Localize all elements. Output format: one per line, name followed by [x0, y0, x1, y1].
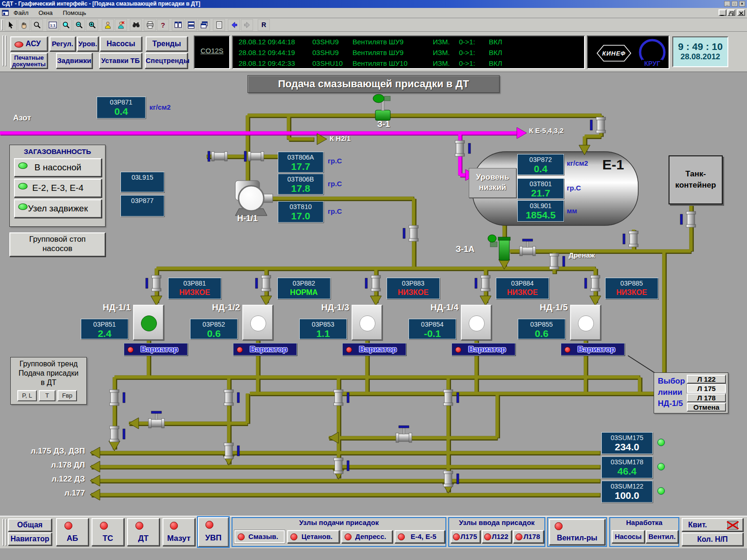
alarm-03p883[interactable]: 03P883НИЗКОЕ — [387, 278, 440, 299]
tank-container[interactable]: Танк- контейнер — [669, 155, 723, 204]
group-stop-button[interactable]: Групповой стоп насосов — [9, 232, 106, 257]
obshchaya-button[interactable]: Общая — [8, 518, 52, 532]
alarm-03p885[interactable]: 03P885НИЗКОЕ — [605, 278, 658, 299]
line-l178-button[interactable]: Л 178 — [687, 393, 726, 402]
gas-pumphouse-button[interactable]: В насосной — [14, 158, 102, 177]
cascade-windows-icon[interactable] — [198, 19, 210, 31]
header-grip[interactable] — [2, 35, 4, 66]
display-03t806a[interactable]: 03T806A17.7 — [278, 152, 324, 173]
trendy-button[interactable]: Тренды — [146, 36, 188, 51]
user-remove-icon[interactable] — [115, 19, 127, 31]
window-minimize-button[interactable]: _ — [724, 1, 730, 7]
toolbar-grip[interactable] — [1, 20, 3, 30]
pump-nd14[interactable] — [461, 305, 492, 340]
bottom-grip2[interactable] — [5, 519, 7, 546]
nav-back-icon[interactable] — [228, 19, 240, 31]
alarm-03p884[interactable]: 03P884НИЗКОЕ — [496, 278, 549, 299]
mdi-close-button[interactable] — [737, 9, 745, 16]
trend-t-button[interactable]: T — [39, 390, 56, 401]
variator-nd12-button[interactable]: Вариатор — [233, 343, 297, 356]
menu-help[interactable]: Помощь — [58, 8, 90, 18]
cetanov-button[interactable]: Цетанов. — [287, 530, 339, 543]
display-03l901[interactable]: 03L9011854.5 — [517, 200, 564, 222]
tile-horizontal-icon[interactable] — [185, 19, 197, 31]
l175-button[interactable]: Л175 — [451, 530, 480, 543]
gas-valve-unit-button[interactable]: Узел задвижек — [14, 199, 102, 218]
pump-nd15[interactable] — [570, 305, 601, 340]
mazut-button[interactable]: Мазут — [162, 518, 195, 546]
r-mode-button[interactable]: R — [258, 19, 270, 31]
nav-forward-icon[interactable] — [241, 19, 253, 31]
variator-nd11-button[interactable]: Вариатор — [124, 343, 188, 356]
display-03p852[interactable]: 03P8520.6 — [190, 319, 238, 339]
spectrendy-button[interactable]: Спецтренды — [145, 53, 188, 69]
window-close-button[interactable]: × — [739, 1, 745, 7]
line-l122-button[interactable]: Л 122 — [687, 375, 726, 384]
zoom-out-icon[interactable] — [73, 19, 85, 31]
nasosy-button[interactable]: Насосы — [100, 36, 142, 51]
asu-button[interactable]: АСУ — [10, 36, 48, 51]
pump-nd13[interactable] — [352, 305, 382, 340]
zoom-window-icon[interactable] — [60, 19, 72, 31]
zoom-100-button[interactable]: 1:1 — [47, 19, 59, 31]
line-cancel-button[interactable]: Отмена — [687, 403, 726, 412]
find-binoculars-icon[interactable] — [130, 19, 142, 31]
display-03p877[interactable]: 03P877 — [120, 195, 164, 217]
display-03sum178[interactable]: 03SUM17846.4 — [601, 456, 653, 478]
variator-nd15-button[interactable]: Вариатор — [561, 343, 625, 356]
display-03t801[interactable]: 03T80121.7 — [517, 178, 564, 199]
pump-nd12[interactable] — [242, 305, 273, 340]
ustavki-tb-button[interactable]: Уставки ТБ — [99, 53, 142, 69]
pump-n11[interactable] — [235, 181, 273, 216]
e4-e5-button[interactable]: Е-4, Е-5 — [395, 530, 445, 543]
trend-fvr-button[interactable]: Fвр — [57, 390, 77, 401]
display-03p872[interactable]: 03P8720.4 — [517, 154, 564, 175]
alarm-03p882[interactable]: 03P882НОРМА — [277, 278, 331, 299]
bottom-grip[interactable] — [2, 519, 4, 546]
kol-np-button[interactable]: Кол. Н/П — [682, 532, 743, 546]
uvp-button[interactable]: УВП — [198, 517, 229, 547]
ventilators-button[interactable]: Вентил-ры — [549, 519, 605, 545]
runtime-vent-button[interactable]: Вентил. — [646, 530, 678, 543]
alarm-03p881[interactable]: 03P881НИЗКОЕ — [168, 278, 221, 299]
valve-z1[interactable] — [373, 94, 390, 120]
print-docs-button[interactable]: Печатные документы — [10, 53, 48, 69]
display-03p854[interactable]: 03P854-0.1 — [409, 319, 456, 339]
menu-file[interactable]: Файл — [9, 8, 33, 18]
users-icon[interactable] — [102, 19, 114, 31]
select-tool-icon[interactable] — [5, 19, 17, 31]
alarm-log[interactable]: 28.08.12 09:44:1803SHU9Вентилятв ШУ9ИЗМ.… — [232, 35, 585, 69]
tile-vertical-icon[interactable] — [172, 19, 184, 31]
display-03p871[interactable]: 03P8710.4 — [97, 97, 146, 119]
display-03sum122[interactable]: 03SUM122100.0 — [601, 481, 653, 503]
variator-nd14-button[interactable]: Вариатор — [451, 343, 515, 356]
display-03l915[interactable]: 03L915 — [120, 172, 164, 192]
display-03t806b[interactable]: 03T806B17.8 — [278, 174, 324, 195]
regul-button[interactable]: Регул. — [49, 36, 76, 51]
report-page-icon[interactable] — [213, 19, 225, 31]
display-03t810[interactable]: 03T81017.0 — [278, 201, 324, 223]
zoom-in-icon[interactable] — [86, 19, 98, 31]
display-03p853[interactable]: 03P8531.1 — [299, 319, 347, 339]
zoom-tool-icon[interactable] — [31, 19, 43, 31]
depress-button[interactable]: Депресс. — [341, 530, 393, 543]
line-l175-button[interactable]: Л 175 — [687, 384, 726, 393]
kvit-button[interactable]: Квит. — [682, 518, 743, 532]
mdi-restore-button[interactable] — [727, 9, 735, 16]
display-03p851[interactable]: 03P8512.4 — [81, 319, 128, 339]
help-icon[interactable]: ? — [157, 19, 169, 31]
ts-button[interactable]: ТС — [92, 518, 124, 546]
navigator-button[interactable]: Навигатор — [8, 532, 52, 546]
variator-nd13-button[interactable]: Вариатор — [342, 343, 406, 356]
dt-button[interactable]: ДТ — [127, 518, 160, 546]
gas-e234-button[interactable]: Е-2, Е-3, Е-4 — [14, 179, 102, 197]
trend-pl-button[interactable]: P, L — [17, 390, 37, 401]
co12s-box[interactable]: CO12S — [194, 35, 230, 69]
header-grip2[interactable] — [5, 35, 7, 66]
pump-nd11[interactable] — [133, 305, 164, 340]
menu-windows[interactable]: Окна — [35, 8, 57, 18]
runtime-pumps-button[interactable]: Насосы — [612, 530, 645, 543]
display-03sum175[interactable]: 03SUM175234.0 — [601, 432, 653, 454]
smazyv-button[interactable]: Смазыв. — [234, 530, 285, 543]
display-03p855[interactable]: 03P8550.6 — [518, 319, 565, 339]
